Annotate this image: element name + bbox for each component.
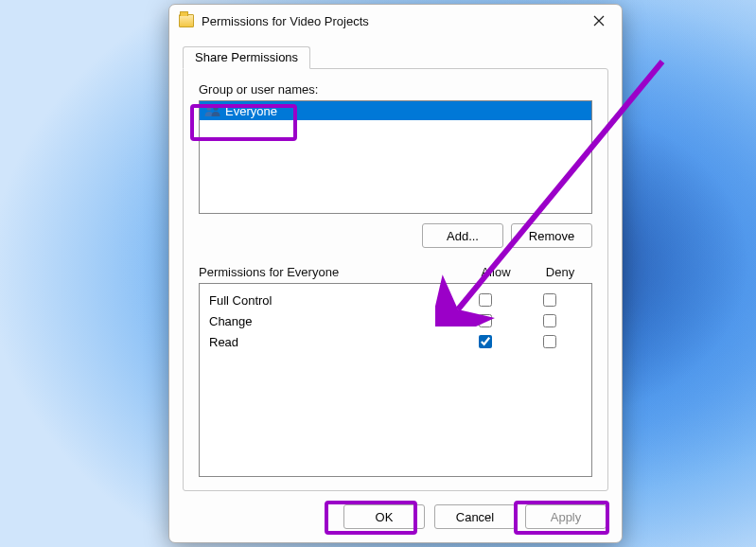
svg-point-2: [206, 106, 211, 111]
deny-full-control-checkbox[interactable]: [543, 293, 556, 307]
folder-icon: [179, 14, 194, 27]
allow-full-control-checkbox[interactable]: [479, 293, 492, 307]
perm-row-read: Read: [209, 331, 582, 352]
close-icon: [593, 15, 605, 26]
column-allow: Allow: [464, 265, 528, 279]
dialog-footer: OK Cancel Apply: [169, 491, 622, 542]
perm-row-change: Change: [209, 310, 582, 331]
user-name: Everyone: [225, 104, 277, 118]
titlebar: Permissions for Video Projects: [169, 5, 622, 37]
permissions-header: Permissions for Everyone Allow Deny: [199, 265, 592, 279]
cancel-button[interactable]: Cancel: [434, 504, 516, 529]
perm-name: Full Control: [209, 293, 453, 308]
remove-button[interactable]: Remove: [511, 223, 592, 248]
allow-read-checkbox[interactable]: [479, 335, 492, 348]
tab-panel: Group or user names: Everyone Add: [183, 68, 608, 491]
perm-row-full-control: Full Control: [209, 290, 582, 310]
user-buttons: Add... Remove: [199, 223, 592, 248]
deny-read-checkbox[interactable]: [543, 335, 556, 348]
permissions-dialog: Permissions for Video Projects Share Per…: [168, 4, 623, 543]
dialog-content: Share Permissions Group or user names: E…: [169, 37, 622, 491]
user-row-everyone[interactable]: Everyone: [200, 101, 591, 120]
tab-share-permissions[interactable]: Share Permissions: [183, 46, 310, 69]
svg-point-3: [213, 106, 218, 111]
column-deny: Deny: [528, 265, 592, 279]
tab-label: Share Permissions: [195, 50, 298, 64]
dialog-title: Permissions for Video Projects: [202, 14, 586, 28]
deny-change-checkbox[interactable]: [543, 314, 556, 327]
add-button[interactable]: Add...: [422, 223, 503, 248]
group-label: Group or user names:: [199, 82, 592, 97]
close-button[interactable]: [586, 9, 612, 32]
allow-change-checkbox[interactable]: [479, 314, 492, 327]
permissions-box: Full Control Change Read: [199, 283, 592, 477]
tab-strip: Share Permissions: [183, 46, 608, 69]
perm-name: Read: [209, 335, 453, 349]
perm-name: Change: [209, 314, 453, 328]
permissions-for-label: Permissions for Everyone: [199, 265, 464, 279]
apply-button[interactable]: Apply: [525, 504, 607, 529]
user-list[interactable]: Everyone: [199, 100, 592, 214]
ok-button[interactable]: OK: [343, 504, 425, 529]
users-icon: [203, 104, 222, 117]
